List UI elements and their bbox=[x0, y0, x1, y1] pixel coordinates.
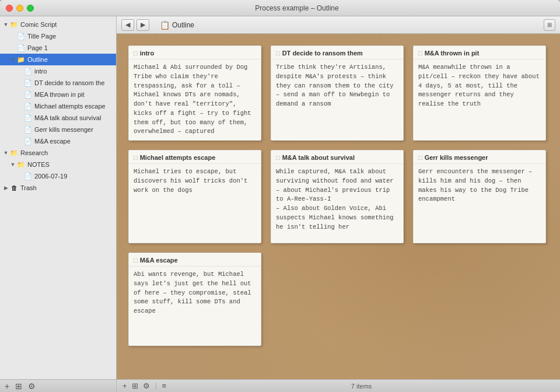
cards-row-1: □ intro Michael & Abi surrounded by Dog … bbox=[128, 46, 548, 141]
card-doc-icon: □ bbox=[418, 50, 422, 57]
sidebar-item-notes[interactable]: 📁NOTES bbox=[0, 159, 116, 170]
sidebar-item-label: Trash bbox=[20, 184, 37, 191]
card-gerr-kills[interactable]: □ Gerr kills messenger Gerr encounters t… bbox=[413, 150, 546, 243]
close-button[interactable] bbox=[6, 5, 13, 12]
sidebar-content[interactable]: 📁Comic Script📄Title Page📄Page 1📁Outline📄… bbox=[0, 16, 116, 379]
maximize-button[interactable] bbox=[27, 5, 34, 12]
statusbar-settings-button[interactable]: ⚙ bbox=[142, 382, 151, 390]
sidebar-item-label: M&A escape bbox=[34, 138, 71, 145]
card-intro-header: □ intro bbox=[129, 46, 261, 60]
app-window: Process example – Outline 📁Comic Script📄… bbox=[0, 0, 560, 392]
item-type-icon: 📄 bbox=[16, 32, 26, 41]
cards-row-2: □ Michael attempts escape Michael tries … bbox=[128, 150, 548, 243]
sidebar-item-comic-script[interactable]: 📁Comic Script bbox=[0, 19, 116, 30]
sidebar-item-maa-escape[interactable]: 📄M&A escape bbox=[0, 135, 116, 147]
item-type-icon: 📄 bbox=[23, 136, 33, 146]
statusbar-divider bbox=[156, 383, 156, 390]
sidebar-item-intro[interactable]: 📄intro bbox=[0, 65, 116, 77]
triangle-icon bbox=[2, 184, 9, 191]
card-maa-escape[interactable]: □ M&A escape Abi wants revenge, but Mich… bbox=[128, 253, 261, 346]
sidebar-item-label: DT decide to ransom the bbox=[34, 79, 104, 86]
card-doc-icon: □ bbox=[276, 154, 280, 161]
triangle-icon bbox=[2, 149, 9, 156]
statusbar-layout-button[interactable]: ≡ bbox=[161, 382, 168, 390]
sidebar-item-michael-attempts[interactable]: 📄Michael attempts escape bbox=[0, 100, 116, 112]
back-button[interactable]: ◀ bbox=[121, 19, 134, 31]
sidebar-item-label: intro bbox=[34, 68, 47, 75]
sidebar-item-maa-talk[interactable]: 📄M&A talk about survival bbox=[0, 112, 116, 124]
card-doc-icon: □ bbox=[134, 257, 138, 264]
card-maa-thrown-title: M&A thrown in pit bbox=[425, 50, 480, 57]
item-type-icon: 📄 bbox=[23, 102, 33, 111]
card-maa-talk-header: □ M&A talk about survival bbox=[271, 150, 403, 164]
item-type-icon: 📄 bbox=[23, 66, 33, 76]
sidebar-add-group-button[interactable]: ⊞ bbox=[14, 382, 23, 391]
sidebar-item-label: Gerr kills messenger bbox=[34, 126, 93, 133]
card-michael-escape-header: □ Michael attempts escape bbox=[129, 150, 261, 164]
sidebar-item-label: Research bbox=[20, 149, 48, 156]
card-maa-escape-title: M&A escape bbox=[140, 257, 178, 264]
card-intro[interactable]: □ intro Michael & Abi surrounded by Dog … bbox=[128, 46, 261, 141]
sidebar-item-mea-thrown[interactable]: 📄MEA thrown in pit bbox=[0, 89, 116, 100]
breadcrumb-label: Outline bbox=[172, 21, 194, 29]
card-gerr-kills-title: Gerr kills messenger bbox=[425, 154, 488, 161]
forward-button[interactable]: ▶ bbox=[136, 19, 149, 31]
cards-row-3: □ M&A escape Abi wants revenge, but Mich… bbox=[128, 253, 548, 346]
sidebar-item-outline[interactable]: 📁Outline bbox=[0, 54, 116, 65]
sidebar-item-label: Outline bbox=[27, 56, 48, 63]
statusbar-add-button[interactable]: + bbox=[121, 382, 128, 390]
sidebar-item-label: Title Page bbox=[27, 33, 56, 40]
card-maa-talk-title: M&A talk about survival bbox=[282, 154, 355, 161]
app-body: 📁Comic Script📄Title Page📄Page 1📁Outline📄… bbox=[0, 16, 560, 392]
sidebar-add-button[interactable]: + bbox=[4, 382, 10, 391]
statusbar-add-group-button[interactable]: ⊞ bbox=[131, 382, 139, 390]
item-type-icon: 📁 bbox=[16, 160, 26, 169]
card-maa-escape-header: □ M&A escape bbox=[129, 253, 261, 267]
card-michael-escape[interactable]: □ Michael attempts escape Michael tries … bbox=[128, 150, 261, 243]
item-type-icon: 📄 bbox=[23, 113, 33, 123]
breadcrumb-icon: 📋 bbox=[160, 20, 170, 30]
window-title: Process example – Outline bbox=[40, 4, 554, 12]
card-maa-talk[interactable]: □ M&A talk about survival While captured… bbox=[271, 150, 404, 243]
item-type-icon: 🗑 bbox=[9, 183, 19, 192]
card-dt-decide[interactable]: □ DT decide to ransom them Tribe think t… bbox=[271, 46, 404, 141]
card-maa-thrown-header: □ M&A thrown in pit bbox=[414, 46, 545, 60]
triangle-icon bbox=[2, 21, 9, 28]
card-maa-thrown[interactable]: □ M&A thrown in pit M&A meanwhile thrown… bbox=[413, 46, 546, 141]
item-type-icon: 📄 bbox=[16, 43, 26, 52]
item-type-icon: 📁 bbox=[16, 55, 26, 64]
item-type-icon: 📄 bbox=[23, 90, 33, 99]
view-toggle-button[interactable]: ⊞ bbox=[544, 19, 555, 31]
sidebar-item-trash[interactable]: 🗑Trash bbox=[0, 182, 116, 194]
sidebar-item-label: Page 1 bbox=[27, 44, 48, 51]
card-intro-body: Michael & Abi surrounded by Dog Tribe wh… bbox=[129, 60, 261, 140]
sidebar-item-gerr-kills[interactable]: 📄Gerr kills messenger bbox=[0, 124, 116, 135]
corkboard: □ intro Michael & Abi surrounded by Dog … bbox=[117, 34, 560, 379]
traffic-lights bbox=[6, 5, 34, 12]
triangle-icon bbox=[9, 161, 16, 168]
statusbar-left: + ⊞ ⚙ ≡ bbox=[121, 382, 167, 390]
sidebar-item-label: Michael attempts escape bbox=[34, 103, 106, 110]
triangle-icon bbox=[9, 56, 16, 63]
sidebar-item-title-page[interactable]: 📄Title Page bbox=[0, 30, 116, 42]
card-gerr-kills-body: Gerr encounters the messenger – kills hi… bbox=[414, 164, 545, 243]
sidebar-settings-button[interactable]: ⚙ bbox=[27, 382, 37, 391]
card-doc-icon: □ bbox=[134, 154, 138, 161]
card-intro-title: intro bbox=[140, 50, 154, 57]
minimize-button[interactable] bbox=[16, 5, 23, 12]
sidebar-item-label: MEA thrown in pit bbox=[34, 91, 85, 98]
item-type-icon: 📄 bbox=[23, 125, 33, 134]
sidebar-item-label: Comic Script bbox=[20, 21, 57, 28]
titlebar: Process example – Outline bbox=[0, 0, 560, 16]
sidebar-item-page-1[interactable]: 📄Page 1 bbox=[0, 42, 116, 54]
breadcrumb: 📋 Outline bbox=[158, 20, 197, 30]
item-type-icon: 📁 bbox=[9, 20, 19, 29]
card-dt-decide-title: DT decide to ransom them bbox=[282, 50, 363, 57]
sidebar-item-dt-decide[interactable]: 📄DT decide to ransom the bbox=[0, 77, 116, 89]
card-maa-thrown-body: M&A meanwhile thrown in a pit/cell – rec… bbox=[414, 60, 545, 140]
sidebar-item-date[interactable]: 📄2006-07-19 bbox=[0, 170, 116, 182]
statusbar-item-count: 7 items bbox=[167, 383, 555, 390]
sidebar-item-research[interactable]: 📁Research bbox=[0, 147, 116, 159]
card-dt-decide-header: □ DT decide to ransom them bbox=[271, 46, 403, 60]
item-type-icon: 📄 bbox=[23, 172, 33, 181]
